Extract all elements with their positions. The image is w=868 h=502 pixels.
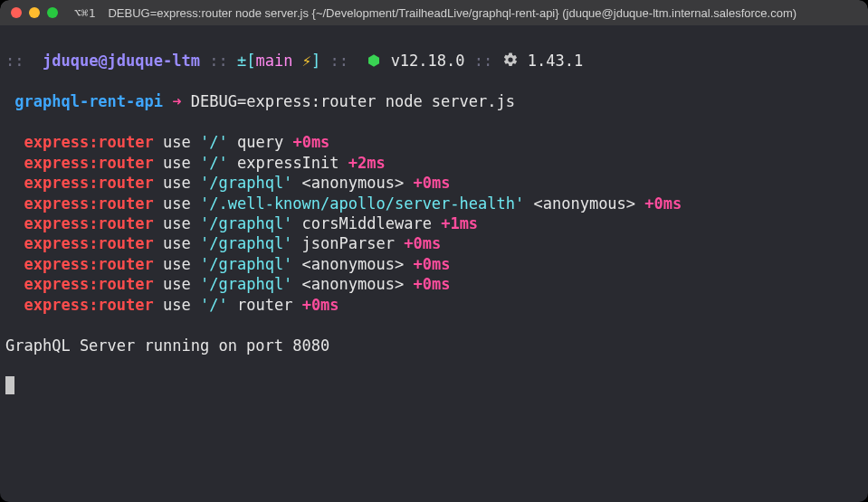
log-module: express:router <box>24 174 153 192</box>
log-line: express:router use '/graphql' <anonymous… <box>5 173 863 193</box>
log-timing: +0ms <box>404 234 441 252</box>
status-sep: :: <box>5 52 24 70</box>
status-line: :: jduque@jduque-ltm :: ±[main ⚡] :: v12… <box>5 51 863 71</box>
log-output: express:router use '/' query +0ms expres… <box>5 132 863 315</box>
log-verb: use <box>163 194 191 213</box>
log-path: '/graphql' <box>200 234 292 252</box>
cursor-line <box>5 375 863 395</box>
log-path: '/graphql' <box>200 255 292 273</box>
log-line: express:router use '/' router +0ms <box>5 295 863 315</box>
log-timing: +2ms <box>348 154 386 172</box>
log-middleware: query <box>237 133 283 151</box>
hexagon-icon <box>367 52 381 70</box>
log-verb: use <box>163 296 191 314</box>
log-path: '/' <box>200 296 228 314</box>
log-timing: +0ms <box>413 174 450 192</box>
maximize-button[interactable] <box>47 7 58 18</box>
log-module: express:router <box>24 296 153 314</box>
status-sep: :: <box>329 52 348 70</box>
log-timing: +0ms <box>413 255 450 273</box>
log-verb: use <box>163 234 191 252</box>
log-verb: use <box>163 275 191 293</box>
window-title: DEBUG=express:router node server.js {~/D… <box>108 6 796 20</box>
log-module: express:router <box>24 194 153 213</box>
log-line: express:router use '/' expressInit +2ms <box>5 153 863 173</box>
log-timing: +0ms <box>292 133 329 151</box>
log-middleware: expressInit <box>237 154 339 172</box>
log-path: '/graphql' <box>200 214 292 232</box>
log-middleware: <anonymous> <box>302 275 405 293</box>
gear-icon <box>502 52 519 70</box>
log-module: express:router <box>24 255 153 273</box>
branch-close-bracket: ] <box>311 52 320 70</box>
log-line: express:router use '/' query +0ms <box>5 132 863 152</box>
log-line: express:router use '/.well-known/apollo/… <box>5 194 863 213</box>
git-branch: main <box>255 52 292 70</box>
log-verb: use <box>163 255 191 273</box>
log-module: express:router <box>24 234 153 252</box>
status-sep: :: <box>474 52 492 70</box>
log-module: express:router <box>24 133 153 151</box>
terminal-body[interactable]: :: jduque@jduque-ltm :: ±[main ⚡] :: v12… <box>0 25 868 502</box>
log-path: '/.well-known/apollo/server-health' <box>200 194 524 213</box>
cwd-label: graphql-rent-api <box>14 92 163 110</box>
log-timing: +1ms <box>441 214 478 232</box>
log-timing: +0ms <box>302 296 339 314</box>
log-timing: +0ms <box>644 194 682 213</box>
minimize-button[interactable] <box>29 7 40 18</box>
server-running-line: GraphQL Server running on port 8080 <box>5 336 863 355</box>
log-path: '/' <box>200 154 228 172</box>
log-middleware: corsMiddleware <box>302 214 432 232</box>
log-verb: use <box>163 154 191 172</box>
log-timing: +0ms <box>413 275 450 293</box>
log-middleware: <anonymous> <box>533 194 635 213</box>
log-line: express:router use '/graphql' jsonParser… <box>5 233 863 253</box>
tool-version: 1.43.1 <box>528 52 583 70</box>
user-host: jduque@jduque-ltm <box>43 52 200 70</box>
log-middleware: jsonParser <box>302 234 395 252</box>
prompt-line: graphql-rent-api ➜ DEBUG=express:router … <box>5 91 863 111</box>
log-verb: use <box>163 174 191 192</box>
svg-marker-0 <box>368 55 379 67</box>
log-module: express:router <box>24 214 153 232</box>
close-button[interactable] <box>11 7 22 18</box>
log-line: express:router use '/graphql' <anonymous… <box>5 274 863 294</box>
branch-open-bracket: [ <box>246 52 255 70</box>
log-verb: use <box>163 133 191 151</box>
log-line: express:router use '/graphql' <anonymous… <box>5 254 863 274</box>
command-text: DEBUG=express:router node server.js <box>191 92 515 110</box>
log-path: '/graphql' <box>200 174 292 192</box>
window-controls <box>11 7 58 18</box>
node-version: v12.18.0 <box>391 52 465 70</box>
log-middleware: <anonymous> <box>302 174 405 192</box>
log-module: express:router <box>24 154 153 172</box>
lightning-icon: ⚡ <box>302 52 311 70</box>
terminal-cursor[interactable] <box>5 376 14 394</box>
prompt-arrow-icon: ➜ <box>172 92 181 110</box>
log-middleware: router <box>237 296 292 314</box>
log-middleware: <anonymous> <box>302 255 405 273</box>
title-shortcut-icon: ⌥⌘1 <box>74 6 95 20</box>
log-verb: use <box>163 214 191 232</box>
window-titlebar: ⌥⌘1 DEBUG=express:router node server.js … <box>0 0 868 25</box>
status-sep: :: <box>209 52 227 70</box>
log-line: express:router use '/graphql' corsMiddle… <box>5 213 863 233</box>
vcs-indicator-icon: ± <box>237 52 246 70</box>
log-module: express:router <box>24 275 153 293</box>
log-path: '/graphql' <box>200 275 292 293</box>
log-path: '/' <box>200 133 228 151</box>
